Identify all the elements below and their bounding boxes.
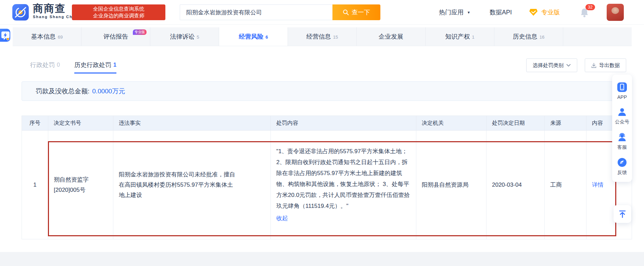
tab-enterprise-development[interactable]: 企业发展: [357, 27, 426, 46]
penalty-subtab-row: 行政处罚 0 历史行政处罚 1 选择处罚类别 导出数据: [22, 57, 632, 74]
fine-total-label: 罚款及没收总金额:: [36, 87, 89, 96]
subtab-label: 行政处罚: [30, 61, 55, 69]
sidebar-item-app[interactable]: APP: [617, 80, 627, 102]
sidebar-item-service[interactable]: 客服: [617, 130, 627, 152]
tab-label: 历史信息: [513, 32, 538, 41]
tab-intellectual-property[interactable]: 知识产权 1: [426, 27, 494, 46]
tab-count: 15: [333, 35, 338, 40]
penalty-text: "1、责令退还非法占用的5575.97平方米集体土地； 2、限期自收到行政处罚通…: [276, 148, 410, 209]
subtab-label: 历史行政处罚: [74, 61, 111, 69]
slogan-line1: 全国企业信息查询系统: [72, 5, 165, 12]
export-label: 导出数据: [599, 62, 620, 69]
penalty-table: 序号 决定文书号 违法事实 处罚内容 决定机关 处罚决定日期 来源 内容 1 朔…: [22, 116, 632, 239]
cell-penalty: "1、责令退还非法占用的5575.97平方米集体土地； 2、限期自收到行政处罚通…: [271, 131, 416, 239]
company-search-input[interactable]: [180, 4, 332, 20]
subtab-history-administrative-penalty[interactable]: 历史行政处罚 1: [74, 57, 116, 74]
detail-link[interactable]: 详情: [592, 182, 604, 188]
search-icon: [343, 9, 349, 15]
download-icon: [591, 63, 596, 68]
sidebar-item-label: 客服: [617, 144, 627, 150]
subtab-administrative-penalty[interactable]: 行政处罚 0: [30, 57, 60, 74]
back-to-top-icon: [618, 210, 627, 218]
fine-total-summary: 罚款及没收总金额: 0.0000万元: [22, 81, 632, 101]
pro-tab-badge: 专业版: [133, 29, 147, 35]
status-dot: [7, 38, 9, 40]
tab-count: 69: [58, 35, 63, 40]
brand-subtitle: Shang Shang Cha: [33, 15, 75, 19]
cell-date: 2020-03-04: [487, 131, 545, 239]
brand-logo-icon[interactable]: [12, 4, 29, 21]
brand-text[interactable]: 商商查 Shang Shang Cha: [33, 3, 75, 19]
tab-business-risk[interactable]: 经营风险 6: [219, 27, 288, 46]
col-doc-no: 决定文书号: [48, 116, 113, 131]
collapse-link[interactable]: 收起: [276, 213, 288, 224]
penalty-table-wrap: 序号 决定文书号 违法事实 处罚内容 决定机关 处罚决定日期 来源 内容 1 朔…: [22, 116, 632, 239]
pro-diamond-icon: [529, 9, 538, 16]
app-phone-icon: [617, 82, 627, 92]
tab-assessment-report[interactable]: 评估报告 专业版: [81, 27, 150, 46]
section-tabbar: 基本信息 69 评估报告 专业版 法律诉讼 5 经营风险 6 经营信息 15 企…: [13, 27, 632, 46]
cell-fact: 阳朔金水岩旅游投资有限公司未经批准，擅自在高田镇凤楼村委历村5575.97平方米…: [113, 131, 271, 239]
tab-label: 企业发展: [379, 32, 403, 41]
tab-count: 5: [197, 35, 199, 40]
tab-label: 评估报告: [103, 32, 128, 41]
tabbar-filler: [563, 27, 632, 46]
brand-name: 商商查: [33, 3, 75, 14]
tab-label: 法律诉讼: [170, 32, 194, 41]
col-index: 序号: [22, 116, 48, 131]
hot-apps-label: 热门应用: [439, 8, 464, 16]
sidebar-item-feedback[interactable]: 反馈: [617, 155, 627, 178]
back-to-top-button[interactable]: [614, 205, 631, 223]
chevron-down-icon: ▼: [467, 11, 470, 14]
slogan-line2: 企业身边的商业调查师: [72, 12, 165, 19]
brand-slogan-badge: 全国企业信息查询系统 企业身边的商业调查师: [72, 4, 165, 20]
notification-count-badge: 32: [585, 4, 595, 10]
fact-text: 阳朔金水岩旅游投资有限公司未经批准，擅自在高田镇凤楼村委历村5575.97平方米…: [119, 170, 236, 200]
page-footer-band: [0, 252, 644, 266]
col-authority: 决定机关: [416, 116, 487, 131]
table-header-row: 序号 决定文书号 违法事实 处罚内容 决定机关 处罚决定日期 来源 内容: [22, 116, 632, 131]
tab-history-info[interactable]: 历史信息 16: [494, 27, 563, 46]
sidebar-item-wechat[interactable]: 公众号: [615, 105, 629, 127]
floating-sidebar: APP 公众号 客服 反馈: [612, 75, 632, 182]
col-fact: 违法事实: [113, 116, 271, 131]
table-row: 1 朔自然资监字[2020]005号 阳朔金水岩旅游投资有限公司未经批准，擅自在…: [22, 131, 632, 239]
chevron-down-icon: [566, 64, 571, 67]
tab-basic-info[interactable]: 基本信息 69: [13, 27, 81, 46]
user-avatar[interactable]: [607, 4, 624, 21]
person-icon: [617, 107, 627, 117]
cell-authority: 阳朔县自然资源局: [416, 131, 487, 239]
filter-label: 选择处罚类别: [533, 62, 564, 69]
search-button[interactable]: 查一下: [332, 4, 380, 20]
headset-person-icon: [617, 132, 627, 142]
data-api-link[interactable]: 数据API: [490, 0, 512, 25]
tab-label: 基本信息: [31, 32, 56, 41]
penalty-type-filter-button[interactable]: 选择处罚类别: [526, 58, 577, 72]
notifications-button[interactable]: 32: [580, 8, 596, 19]
main-content: 行政处罚 0 历史行政处罚 1 选择处罚类别 导出数据 罚款及没收总金额: 0.…: [22, 57, 632, 239]
col-date: 处罚决定日期: [487, 116, 545, 131]
feedback-icon: [617, 157, 627, 168]
search-button-label: 查一下: [352, 8, 370, 16]
tab-legal-litigation[interactable]: 法律诉讼 5: [150, 27, 219, 46]
col-source: 来源: [545, 116, 586, 131]
tab-count: 6: [265, 35, 268, 40]
top-header: 商商查 Shang Shang Cha 全国企业信息查询系统 企业身边的商业调查…: [0, 0, 644, 25]
cell-doc-no: 朔自然资监字[2020]005号: [48, 131, 113, 239]
pro-version-label: 专业版: [541, 8, 560, 16]
export-data-button[interactable]: 导出数据: [585, 58, 626, 72]
subtab-count: 0: [57, 62, 60, 68]
tab-count: 1: [472, 35, 474, 40]
hot-apps-menu[interactable]: 热门应用 ▼: [439, 0, 470, 25]
tab-label: 经营风险: [239, 32, 263, 41]
table-actions: 选择处罚类别 导出数据: [526, 58, 626, 72]
pro-version-link[interactable]: 专业版: [529, 0, 560, 25]
monitor-widget-icon[interactable]: [0, 29, 10, 42]
tab-label: 经营信息: [306, 32, 331, 41]
cell-source: 工商: [545, 131, 586, 239]
tab-business-info[interactable]: 经营信息 15: [288, 27, 357, 46]
tab-label: 知识产权: [445, 32, 470, 41]
sidebar-item-label: 反馈: [617, 170, 627, 176]
col-penalty: 处罚内容: [271, 116, 416, 131]
fine-total-value: 0.0000万元: [92, 87, 125, 96]
